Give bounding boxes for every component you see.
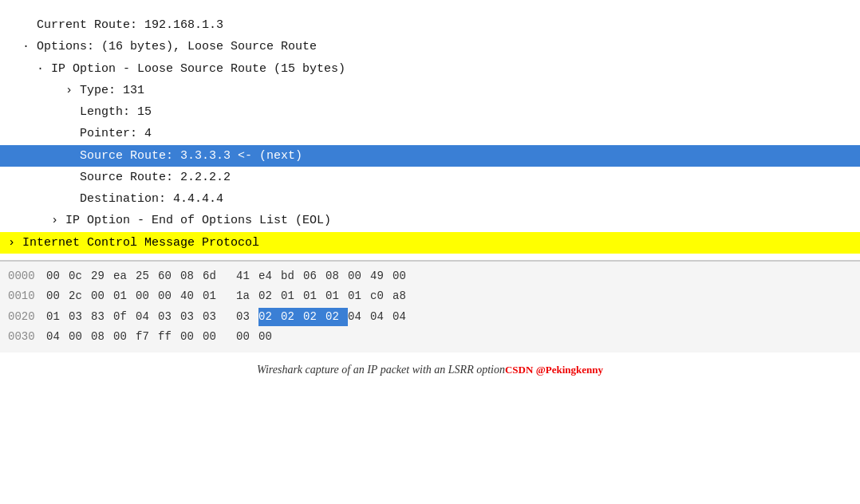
hex-byte: 02: [325, 308, 348, 327]
hex-group-gap: [225, 327, 236, 348]
hex-byte: 41: [236, 267, 258, 286]
hex-byte: 60: [158, 267, 180, 286]
hex-byte: 00: [348, 267, 370, 286]
caption-area: Wireshark capture of an IP packet with a…: [0, 364, 860, 383]
hex-byte: 6d: [203, 267, 225, 286]
hex-byte: 00: [203, 328, 225, 347]
hex-byte: [325, 328, 348, 347]
tree-line: Pointer: 4: [0, 123, 860, 144]
hex-byte: 08: [325, 267, 348, 286]
hex-byte: 2c: [69, 287, 91, 306]
hex-byte: 04: [393, 308, 415, 327]
brand-label: CSDN @Pekingkenny: [505, 364, 603, 376]
hex-byte: 02: [281, 308, 303, 327]
hex-byte: 00: [136, 287, 158, 306]
tree-line: Length: 15: [0, 101, 860, 123]
hex-byte: 00: [69, 328, 91, 347]
tree-line: Source Route: 3.3.3.3 <- (next): [0, 145, 860, 167]
hex-group-gap: [225, 307, 236, 328]
hex-byte: 00: [236, 328, 258, 347]
hex-byte: 03: [158, 308, 180, 327]
hex-offset: 0020: [8, 308, 46, 327]
hex-offset: 0030: [8, 328, 46, 347]
hex-byte: 83: [91, 308, 113, 327]
hex-byte: ea: [113, 267, 136, 286]
hex-byte: 01: [281, 287, 303, 306]
hex-byte: 01: [325, 287, 348, 306]
hex-byte: 29: [91, 267, 113, 286]
hex-group-gap: [225, 286, 236, 307]
hex-panel: 000000 0c 29 ea 25 60 08 6d 41 e4 bd 06 …: [0, 261, 860, 352]
hex-byte: 1a: [236, 287, 258, 306]
hex-byte: [303, 328, 325, 347]
hex-byte: 00: [46, 267, 69, 286]
hex-byte: bd: [281, 267, 303, 286]
hex-byte-group: 00 0c 29 ea 25 60 08 6d: [46, 267, 225, 286]
hex-byte: 02: [258, 287, 281, 306]
hex-byte: 06: [303, 267, 325, 286]
hex-group-gap: [225, 266, 236, 287]
tree-line: › IP Option - End of Options List (EOL): [0, 210, 860, 231]
hex-offset: 0010: [8, 287, 46, 306]
packet-tree: Current Route: 192.168.1.3 · Options: (1…: [0, 8, 860, 261]
hex-byte: 00: [113, 328, 136, 347]
hex-byte: 03: [180, 308, 203, 327]
hex-byte: c0: [370, 287, 393, 306]
hex-byte: 40: [180, 287, 203, 306]
hex-byte: 04: [46, 328, 69, 347]
hex-byte: 01: [113, 287, 136, 306]
hex-byte: [281, 328, 303, 347]
hex-byte: 01: [46, 308, 69, 327]
hex-byte: [393, 328, 415, 347]
tree-line: › Type: 131: [0, 80, 860, 101]
hex-byte: 0c: [69, 267, 91, 286]
hex-byte: [348, 328, 370, 347]
hex-byte: 08: [91, 328, 113, 347]
hex-byte-group: 00 00: [236, 328, 415, 347]
hex-byte-group: 01 03 83 0f 04 03 03 03: [46, 308, 225, 327]
hex-offset: 0000: [8, 267, 46, 286]
hex-byte: 02: [303, 308, 325, 327]
hex-byte: [370, 328, 393, 347]
hex-byte: 49: [370, 267, 393, 286]
tree-line: · Options: (16 bytes), Loose Source Rout…: [0, 36, 860, 57]
hex-byte: 01: [203, 287, 225, 306]
hex-byte-group: 00 2c 00 01 00 00 40 01: [46, 287, 225, 306]
hex-row: 001000 2c 00 01 00 00 40 01 1a 02 01 01 …: [8, 286, 852, 307]
hex-byte-group: 1a 02 01 01 01 01 c0 a8: [236, 287, 415, 306]
hex-byte: 01: [303, 287, 325, 306]
hex-row: 003004 00 08 00 f7 ff 00 00 00 00: [8, 327, 852, 348]
hex-byte-group: 41 e4 bd 06 08 00 49 00: [236, 267, 415, 286]
hex-byte: 00: [258, 328, 281, 347]
tree-line: Destination: 4.4.4.4: [0, 188, 860, 210]
hex-byte: 04: [348, 308, 370, 327]
tree-line: · IP Option - Loose Source Route (15 byt…: [0, 58, 860, 80]
hex-byte-group: 03 02 02 02 02 04 04 04: [236, 308, 415, 327]
hex-byte: 00: [180, 328, 203, 347]
tree-line: Current Route: 192.168.1.3: [0, 14, 860, 36]
tree-line: Source Route: 2.2.2.2: [0, 167, 860, 188]
hex-byte: f7: [136, 328, 158, 347]
hex-byte: 01: [348, 287, 370, 306]
hex-row: 002001 03 83 0f 04 03 03 03 03 02 02 02 …: [8, 307, 852, 328]
hex-byte: 03: [236, 308, 258, 327]
hex-byte: 03: [69, 308, 91, 327]
hex-byte: e4: [258, 267, 281, 286]
hex-byte: 00: [46, 287, 69, 306]
hex-byte: 25: [136, 267, 158, 286]
hex-row: 000000 0c 29 ea 25 60 08 6d 41 e4 bd 06 …: [8, 266, 852, 287]
hex-byte: 00: [91, 287, 113, 306]
hex-byte: 04: [136, 308, 158, 327]
hex-byte: 02: [258, 308, 281, 327]
hex-byte: ff: [158, 328, 180, 347]
hex-byte: 04: [370, 308, 393, 327]
hex-byte: 00: [158, 287, 180, 306]
hex-byte-group: 04 00 08 00 f7 ff 00 00: [46, 328, 225, 347]
hex-byte: a8: [393, 287, 415, 306]
tree-line: › Internet Control Message Protocol: [0, 232, 860, 254]
hex-byte: 00: [393, 267, 415, 286]
hex-byte: 0f: [113, 308, 136, 327]
hex-byte: 03: [203, 308, 225, 327]
hex-byte: 08: [180, 267, 203, 286]
